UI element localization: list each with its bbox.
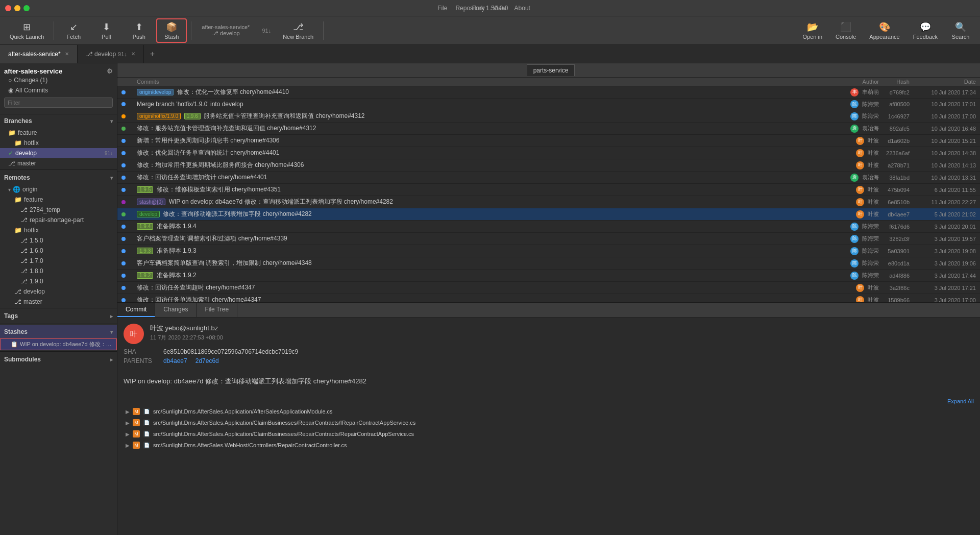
bottom-tab-file-tree[interactable]: File Tree: [197, 303, 237, 317]
commit-row-8[interactable]: 1.9.5 修改：维修模板查询索引用 chery/home#4351 叶叶波 4…: [117, 184, 980, 196]
console-button[interactable]: ⬛ Console: [830, 19, 862, 42]
commit-row-3[interactable]: 修改：服务站充值卡管理查询补充查询和返回值 chery/home#4312 袁袁…: [117, 123, 980, 135]
avatar: 叶: [856, 186, 864, 194]
commit-hash: 1c46927: [879, 113, 910, 119]
file-row-3[interactable]: ▶ M 📄 src/Sunlight.Dms.AfterSales.WebHos…: [124, 440, 974, 450]
parent2[interactable]: 2d7ec6d: [195, 357, 219, 364]
branch-icon-2784: ⎇: [20, 206, 28, 213]
close-button[interactable]: [5, 5, 11, 11]
open-in-button[interactable]: 📂 Open in: [797, 19, 828, 42]
commit-row-4[interactable]: 新增：常用件更换周期同步消息书 chery/home#4306 叶叶波 d1a6…: [117, 135, 980, 147]
maximize-button[interactable]: [23, 5, 30, 11]
search-button[interactable]: 🔍 Search: [945, 19, 976, 42]
push-button[interactable]: ⬆ Push: [124, 19, 154, 42]
commit-row-6[interactable]: 修改：增加常用件更换周期域比服务间接合 chery/home#4306 叶叶波 …: [117, 159, 980, 172]
remotes-section-header[interactable]: Remotes ▾: [0, 171, 117, 184]
commit-author: 陈陈海荣: [838, 223, 879, 231]
sidebar-item-origin-develop[interactable]: ⎇ develop: [0, 286, 117, 297]
branches-section-header[interactable]: Branches ▾: [0, 114, 117, 128]
sidebar-item-develop[interactable]: ✓ develop 91↓: [0, 148, 117, 158]
commit-row-9[interactable]: stash@{0} WIP on develop: db4aee7d 修改：查询…: [117, 196, 980, 208]
file-row-1[interactable]: ▶ M 📄 src/Sunlight.Dms.AfterSales.Applic…: [124, 418, 974, 428]
bottom-tab-commit[interactable]: Commit: [117, 303, 155, 317]
sidebar-item-origin[interactable]: ▾ 🌐 origin: [0, 184, 117, 194]
commit-list[interactable]: Commits Author Hash Date origin/develop …: [117, 78, 980, 302]
commit-row-14[interactable]: 客户车辆档案简单版查询 调整索引，增加限制 chery/home#4348 陈陈…: [117, 257, 980, 270]
commit-author: 袁袁冶海: [838, 174, 879, 182]
commit-row-0[interactable]: origin/develop 修改：优化一次修复率 chery/home#441…: [117, 86, 980, 99]
file-row-2[interactable]: ▶ M 📄 src/Sunlight.Dms.AfterSales.Applic…: [124, 429, 974, 439]
checkmark-icon: ✓: [8, 150, 13, 157]
sidebar-item-190[interactable]: ⎇ 1.9.0: [0, 276, 117, 286]
tag-badge-194: 1.9.4: [137, 223, 153, 230]
parents-label: PARENTS: [124, 357, 159, 364]
commit-row-15[interactable]: 1.9.2 准备脚本 1.9.2 陈陈海荣 ad4f886 3 Jul 2020…: [117, 270, 980, 282]
menu-file[interactable]: File: [437, 5, 447, 12]
menu-about[interactable]: About: [514, 5, 530, 12]
commit-row-5[interactable]: 修改：优化回访任务单查询的统计 chery/home#4401 叶叶波 2236…: [117, 147, 980, 159]
sidebar-item-2784temp[interactable]: ⎇ 2784_temp: [0, 205, 117, 215]
all-commits-item[interactable]: ◉ All Commits: [4, 85, 113, 95]
file-expand-icon-1[interactable]: ▶: [126, 420, 130, 426]
commit-row-1[interactable]: Merge branch 'hotfix/1.9.0' into develop…: [117, 99, 980, 110]
commit-row-13[interactable]: 1.9.3 准备脚本 1.9.3 陈陈海荣 5a03901 3 Jul 2020…: [117, 245, 980, 257]
bottom-panel: Commit Changes File Tree 叶 叶波 yebo@sunli…: [117, 302, 980, 476]
avatar: 叶: [856, 284, 864, 292]
commit-row-11[interactable]: 1.9.4 准备脚本 1.9.4 陈陈海荣 f6176d6 3 Jul 2020…: [117, 221, 980, 233]
sidebar-item-repair-shortage[interactable]: ⎇ repair-shortage-part: [0, 215, 117, 225]
changes-item[interactable]: ○ Changes (1): [4, 75, 113, 85]
branch-tab-develop[interactable]: ⎇ develop 91↓ ✕: [78, 45, 144, 63]
sidebar-item-stash-0[interactable]: 📋 WIP on develop: db4aee7d 修改：查询...: [0, 338, 117, 350]
fetch-button[interactable]: ↙ Fetch: [58, 19, 89, 42]
minimize-button[interactable]: [14, 5, 20, 11]
sidebar-item-180[interactable]: ⎇ 1.8.0: [0, 266, 117, 276]
gear-icon[interactable]: ⚙: [107, 67, 113, 75]
tags-section-header[interactable]: Tags ▸: [0, 309, 117, 323]
appearance-button[interactable]: 🎨 Appearance: [864, 19, 905, 42]
sidebar-item-feature[interactable]: 📁 feature: [0, 128, 117, 138]
branch-tab-develop-close[interactable]: ✕: [131, 51, 135, 57]
sidebar-item-origin-feature[interactable]: 📁 feature: [0, 194, 117, 205]
pull-button[interactable]: ⬇ Pull: [91, 19, 121, 42]
stashes-section-header[interactable]: Stashes ▾: [0, 325, 117, 338]
file-expand-icon-2[interactable]: ▶: [126, 431, 130, 437]
commit-row-16[interactable]: 修改：回访任务查询超时 chery/home#4347 叶叶波 3a2f86c …: [117, 282, 980, 294]
commit-row-7[interactable]: 修改：回访任务查询增加统计 chery/home#4401 袁袁冶海 38fa1…: [117, 172, 980, 184]
submodules-section-header[interactable]: Submodules ▸: [0, 353, 117, 366]
file-expand-icon[interactable]: ▶: [126, 409, 130, 415]
stashes-label: Stashes: [4, 328, 28, 335]
fetch-icon: ↙: [70, 21, 78, 33]
svg-text:叶: 叶: [130, 330, 137, 338]
commit-row-17[interactable]: 修改：回访任务单添加索引 chery/home#4347 叶叶波 1589b66…: [117, 294, 980, 302]
expand-all-button[interactable]: Expand All: [947, 398, 974, 404]
sidebar-item-master[interactable]: ⎇ master: [0, 158, 117, 168]
graph-col-header: [121, 79, 137, 85]
feedback-button[interactable]: 💬 Feedback: [908, 19, 943, 42]
branch-tab-after-sales[interactable]: after-sales-service* ✕: [0, 45, 78, 63]
stash-button[interactable]: 📦 Stash: [156, 18, 187, 43]
branch-tab-close[interactable]: ✕: [65, 51, 69, 57]
sidebar-item-origin-master[interactable]: ⎇ master: [0, 297, 117, 307]
commit-row-10[interactable]: develop 修改：查询移动端派工列表增加字段 chery/home#4282…: [117, 208, 980, 221]
commit-author: 陈陈海荣: [838, 112, 879, 120]
sidebar-item-160[interactable]: ⎇ 1.6.0: [0, 246, 117, 256]
fetch-label: Fetch: [67, 34, 81, 40]
sidebar-item-origin-hotfix[interactable]: 📁 hotfix: [0, 225, 117, 235]
new-branch-button[interactable]: ⎇ New Branch: [277, 19, 319, 42]
parent1[interactable]: db4aee7: [163, 357, 187, 364]
commit-author: 陈陈海荣: [838, 100, 879, 108]
sidebar-item-150[interactable]: ⎇ 1.5.0: [0, 235, 117, 246]
branch-info[interactable]: after-sales-service* ⎇ develop: [195, 22, 256, 39]
file-row-0[interactable]: ▶ M 📄 src/Sunlight.Dms.AfterSales.Applic…: [124, 406, 974, 417]
commit-row-2[interactable]: origin/hotfix/1.9.0 1.9.6 服务站充值卡管理查询补充查询…: [117, 110, 980, 123]
add-tab-button[interactable]: +: [144, 50, 161, 59]
bottom-tab-changes[interactable]: Changes: [155, 303, 197, 317]
commit-row-12[interactable]: 客户档案管理查询 调整索引和过滤项 chery/home#4339 陈陈海荣 3…: [117, 233, 980, 245]
origin-chevron: ▾: [8, 187, 11, 192]
file-expand-icon-3[interactable]: ▶: [126, 443, 130, 448]
filter-input[interactable]: [4, 98, 113, 108]
sidebar-item-170[interactable]: ⎇ 1.7.0: [0, 256, 117, 266]
quick-launch-button[interactable]: ⊞ Quick Launch: [4, 19, 50, 42]
parts-tab[interactable]: parts-service: [527, 64, 575, 76]
sidebar-item-hotfix[interactable]: 📁 hotfix: [0, 138, 117, 148]
